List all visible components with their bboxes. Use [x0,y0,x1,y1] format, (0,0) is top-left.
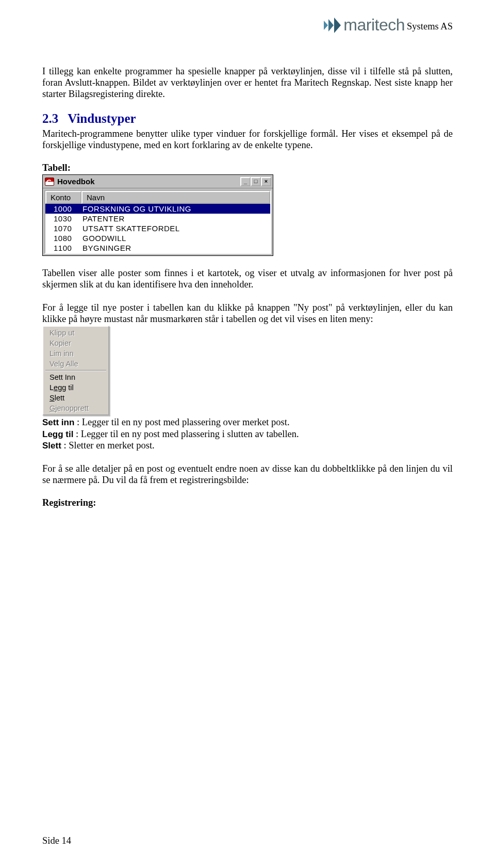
def-slett: Slett : Sletter en merket post. [42,440,453,452]
hovedbok-app-icon [45,178,54,186]
paragraph-2: Maritech-programmene benytter ulike type… [42,128,453,151]
table-row[interactable]: 1080GOODWILL [45,233,270,243]
paragraph-5: For å se alle detaljer på en post og eve… [42,463,453,486]
menu-klipp-ut[interactable]: Klipp ut [44,328,107,338]
paragraph-3: Tabellen viser alle poster som finnes i … [42,267,453,290]
menu-legg-til[interactable]: Legg til [44,382,107,393]
brand-logo-mark [324,18,341,33]
def-legg-til: Legg til : Legger til en ny post med pla… [42,428,453,440]
cell-konto: 1080 [54,234,82,243]
cell-navn: GOODWILL [82,234,266,243]
cell-konto: 1030 [54,214,82,223]
tabell-label: Tabell: [42,163,71,173]
registrering-label: Registrering: [42,497,96,508]
cell-konto: 1070 [54,224,82,233]
cell-navn: PATENTER [82,214,266,223]
table-row[interactable]: 1030PATENTER [45,214,270,223]
table-header-row: Konto Navn [44,190,271,204]
maximize-button[interactable]: □ [251,177,261,186]
brand-name: maritech [343,15,405,35]
section-heading: 2.3Vindustyper [42,111,453,126]
svg-marker-1 [328,19,334,31]
svg-marker-2 [334,18,341,33]
cell-navn: FORSKNING OG UTVIKLING [82,204,266,213]
col-navn[interactable]: Navn [81,191,270,204]
hovedbok-window: Hovedbok _ □ × Konto Navn 1000FORSKNING … [42,174,273,256]
table-body[interactable]: 1000FORSKNING OG UTVIKLING1030PATENTER10… [44,204,271,254]
col-konto[interactable]: Konto [45,191,81,204]
table-row[interactable]: 1000FORSKNING OG UTVIKLING [45,204,270,214]
menu-separator [45,370,106,371]
cell-navn: UTSATT SKATTEFORDEL [82,224,266,233]
paragraph-1: I tillegg kan enkelte programmer ha spes… [42,66,453,100]
cell-konto: 1100 [54,244,82,252]
paragraph-4: For å legge til nye poster i tabellen ka… [42,302,453,325]
section-title: Vindustyper [68,111,136,125]
page-footer: Side 14 [42,835,71,846]
section-number: 2.3 [42,111,58,125]
minimize-button[interactable]: _ [240,177,251,186]
brand-logo: maritech Systems AS [324,15,453,35]
menu-sett-inn[interactable]: Sett Inn [44,372,107,382]
page-header: maritech Systems AS [42,15,453,35]
brand-suffix: Systems AS [407,18,453,32]
menu-lim-inn[interactable]: Lim inn [44,348,107,359]
cell-konto: 1000 [54,204,82,213]
def-sett-inn: Sett inn : Legger til en ny post med pla… [42,416,453,428]
close-button[interactable]: × [261,177,271,186]
table-row[interactable]: 1100BYGNINGER [45,243,270,253]
menu-gjenopprett[interactable]: Gjenopprett [44,403,107,413]
menu-velg-alle[interactable]: Velg Alle [44,359,107,369]
hovedbok-titlebar[interactable]: Hovedbok _ □ × [43,175,273,188]
table-row[interactable]: 1070UTSATT SKATTEFORDEL [45,223,270,233]
hovedbok-title: Hovedbok [57,177,95,186]
menu-slett[interactable]: Slett [44,393,107,403]
context-menu: Klipp ut Kopier Lim inn Velg Alle Sett I… [42,326,109,415]
menu-kopier[interactable]: Kopier [44,338,107,348]
cell-navn: BYGNINGER [82,244,266,252]
svg-marker-0 [324,21,328,30]
